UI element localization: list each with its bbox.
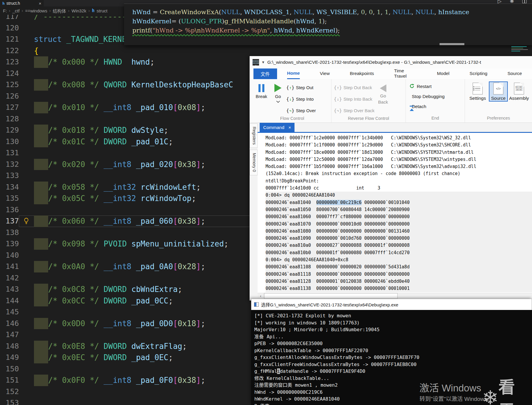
- editor-code-line[interactable]: /* 0x05C */ __int32 rcWindowTop;: [19, 193, 266, 204]
- step-button[interactable]: {↑}Step Out: [286, 82, 316, 93]
- command-output-line: ModLoad: 00007fff`12c50000 00007fff`12da…: [266, 156, 532, 163]
- console-line: pKernelCallbackTable -> 00007FFF1AF22070: [254, 347, 532, 354]
- editor-code-line[interactable]: /* 0x0F0 */ __int8 _pad_0F0[0x38];: [19, 375, 266, 386]
- editor-code-line[interactable]: /* 0x058 */ __int32 rcWindowLeft;: [19, 182, 266, 193]
- tab-command[interactable]: Command ×: [260, 123, 295, 132]
- assembly-button[interactable]: 0II0II0I0IAssembly: [510, 81, 528, 101]
- editor-code-line[interactable]: /* 0x020 */ __int8 _pad_020[0x38];: [19, 159, 266, 170]
- editor-code-line[interactable]: /* 0x0D0 */ __int8 _pad_0D0[0x18];: [19, 318, 266, 329]
- tab-file[interactable]: 文件: [253, 68, 277, 79]
- tab-title: struct.h: [6, 1, 20, 6]
- editor-line: 131: [0, 147, 266, 159]
- windbg-title-bar[interactable]: 0I0I0II0II00⌕ ▼ G:\_windows_share\CVE-20…: [250, 56, 532, 68]
- editor-code-line[interactable]: /* 0x01C */ DWORD _pad_01C;: [19, 136, 266, 148]
- code-editor[interactable]: 117/ -----------------------------------…: [0, 11, 266, 405]
- editor-code-line[interactable]: /* 0x0CC */ DWORD _pad_0CC;: [19, 295, 266, 307]
- editor-code-line[interactable]: /* 0x000 */ HWND hwnd;: [19, 56, 266, 68]
- pref-label: Assembly: [509, 96, 529, 101]
- editor-code-line[interactable]: /* 0x008 */ QWORD KernelDesktopHeapBaseC: [19, 79, 266, 91]
- editor-code-line[interactable]: /* 0x018 */ DWORD dwStyle;: [19, 125, 266, 136]
- ribbon-tab-view[interactable]: View: [320, 68, 330, 79]
- command-output-line: 00000246`eaa81040 00000000`00c219c6 0000…: [266, 199, 532, 206]
- step-button[interactable]: {↓}Step Into: [286, 94, 316, 104]
- breadcrumb-item[interactable]: 结构体: [53, 8, 66, 14]
- side-tab-registers[interactable]: Registers: [250, 123, 258, 148]
- editor-code-line[interactable]: [19, 227, 266, 239]
- console-line: g_fxxxClientAllocWindowClassExtraBytes -…: [254, 354, 532, 361]
- tab-whitespace-highlight: [34, 284, 48, 295]
- editor-code-line[interactable]: [19, 363, 266, 375]
- go-back-button[interactable]: Go Back: [375, 81, 392, 104]
- editor-code-line[interactable]: /* 0x0E8 */ DWORD dwExtraFlag;: [19, 341, 266, 352]
- end-button-restart[interactable]: Restart: [406, 81, 432, 92]
- editor-code-line[interactable]: /* 0x010 */ __int8 _pad_010[0x08];: [19, 102, 266, 113]
- editor-code-line[interactable]: [19, 272, 266, 284]
- editor-code-line[interactable]: [19, 306, 266, 318]
- breadcrumb-item[interactable]: struct: [97, 8, 108, 13]
- editor-code-line[interactable]: [19, 68, 266, 79]
- overlay-code-line[interactable]: hWnd = CreateWindowExA(NULL, WNDCLASS_1,…: [132, 8, 532, 17]
- editor-code-line[interactable]: [19, 386, 266, 398]
- editor-line: 153: [0, 397, 266, 405]
- command-output[interactable]: ModLoad: 00007fff`1c2e0000 00007fff`1c34…: [258, 133, 532, 293]
- editor-code-line[interactable]: /* 0x0A0 */ __int8 _pad_0A0[0x28];: [19, 261, 266, 272]
- tab-whitespace-highlight: [34, 136, 48, 148]
- line-number: 129: [0, 125, 19, 136]
- chevron-down-icon[interactable]: ▼: [261, 60, 265, 64]
- side-tab-memory-0[interactable]: Memory 0: [250, 150, 258, 175]
- breadcrumb-item[interactable]: F:: [3, 8, 7, 13]
- settings-button[interactable]: Settings: [468, 81, 487, 101]
- header-file-icon: h: [2, 1, 5, 6]
- line-number: 143: [0, 284, 19, 295]
- overlay-code-line[interactable]: hWndKernel= (ULONG_PTR)g_fHMValidateHand…: [132, 17, 532, 26]
- ribbon-tab-model[interactable]: Model: [437, 68, 449, 79]
- console-title-bar[interactable]: 选择G:\_windows_share\CVE-2021-1732-test\e…: [251, 299, 532, 310]
- overlay-code-line[interactable]: printf("hWnd -> %p\nhWndKernel -> %p\n",…: [132, 26, 532, 35]
- editor-code-line[interactable]: /* 0x060 */ __int8 _pad_060[0x38];: [19, 215, 266, 227]
- editor-code-line[interactable]: [19, 329, 266, 341]
- line-number: 130: [0, 136, 19, 148]
- end-button-detach[interactable]: Detach: [406, 102, 426, 112]
- close-icon[interactable]: ×: [289, 125, 291, 130]
- editor-code-line[interactable]: /* 0x0C8 */ DWORD cbWndExtra;: [19, 284, 266, 295]
- editor-code-line[interactable]: [19, 397, 266, 405]
- source-button[interactable]: </>Source: [489, 81, 508, 102]
- pref-label: Source: [491, 96, 505, 101]
- editor-code-line[interactable]: /* 0x0EC */ DWORD _pad_0EC;: [19, 352, 266, 363]
- breadcrumb-item[interactable]: Win32k: [71, 8, 86, 13]
- horizontal-scrollbar[interactable]: ‹: [258, 293, 532, 299]
- editor-code-line[interactable]: [19, 147, 266, 159]
- editor-code-line[interactable]: /* 0x098 */ PVOID spMenu_uninitialized;: [19, 238, 266, 250]
- editor-code-line[interactable]: [19, 91, 266, 102]
- command-output-line: 0:004> dq 00000246EAA81040+0xc8: [266, 256, 532, 263]
- tab-struct-h[interactable]: h struct.h ×: [0, 0, 44, 6]
- go-button[interactable]: Go: [270, 81, 286, 103]
- editor-line: 130/* 0x01C */ DWORD _pad_01C;: [0, 136, 266, 148]
- end-button-stop-debugging[interactable]: Stop Debugging: [406, 92, 445, 102]
- editor-line: 136: [0, 204, 266, 216]
- tab-whitespace-highlight: [34, 56, 48, 68]
- group-label-preferences: Preferences: [465, 115, 532, 123]
- split-editor-icon[interactable]: [522, 0, 527, 3]
- chevron-down-icon[interactable]: [276, 101, 280, 103]
- scrollbar-thumb[interactable]: [264, 293, 398, 299]
- ribbon-tab-scripting[interactable]: Scripting: [470, 68, 487, 79]
- code-snippet-overlay[interactable]: hWnd = CreateWindowExA(NULL, WNDCLASS_1,…: [124, 4, 532, 45]
- editor-code-line[interactable]: [19, 204, 266, 216]
- step-button[interactable]: {↷}Step Over: [286, 105, 316, 116]
- editor-code-line[interactable]: [19, 170, 266, 182]
- ribbon-tab-home[interactable]: Home: [287, 68, 300, 79]
- ribbon-tab-source[interactable]: Source: [507, 68, 522, 79]
- editor-code-line[interactable]: [19, 250, 266, 261]
- break-button[interactable]: Break: [253, 81, 270, 99]
- selected-value[interactable]: 00000000`00c219c6: [316, 200, 362, 205]
- close-tab-icon[interactable]: ×: [39, 1, 41, 6]
- ribbon-tab-breakpoints[interactable]: Breakpoints: [350, 68, 374, 79]
- ribbon-tab-time-travel[interactable]: Time Travel: [394, 68, 417, 79]
- scroll-left-icon[interactable]: ‹: [258, 293, 264, 299]
- overlay-scrollbar[interactable]: [440, 43, 464, 45]
- breadcrumb-item[interactable]: _ctf: [12, 8, 19, 13]
- editor-code-line[interactable]: [19, 113, 266, 125]
- breadcrumb-item[interactable]: ==windows: [25, 8, 47, 13]
- editor-code-line[interactable]: {: [19, 45, 266, 57]
